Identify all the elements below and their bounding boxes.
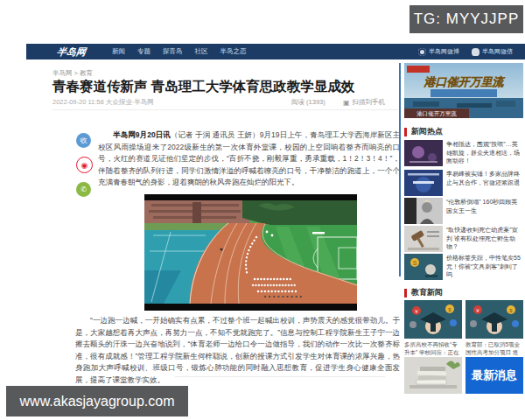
- edu-card[interactable]: ¥ $ 多所高校不再招收“专升本” 学校回应：正在筹: [404, 300, 462, 364]
- breadcrumb[interactable]: 半岛网 > 教育: [52, 69, 93, 78]
- wechat-share-icon[interactable]: ✆: [76, 182, 91, 197]
- news-thumbnail: [404, 170, 443, 196]
- paragraph-lead: 半岛网9月20日讯: [113, 130, 171, 139]
- navbar: 半岛网 新闻 专题 探青岛 社区 半岛之恋 半岛网微博 半岛网微信: [26, 44, 525, 60]
- news-item-text: 李易峰被实锤！多家品牌终止与其合作，官微还紧跟退: [446, 170, 523, 197]
- news-item[interactable]: S 价格标签失踪，中性笔卖55元！你被“文具刺客”刺到了吗: [404, 254, 523, 281]
- wechat-label: 半岛网微信: [482, 47, 513, 56]
- edu-card[interactable]: ¥ $ 教育部：已取消5项全国性高考加分项目 逐步取: [466, 300, 523, 364]
- section-marker: [404, 289, 407, 298]
- scan-to-phone[interactable]: ▣ 扫描到手机: [343, 98, 385, 107]
- nav-social: 半岛网微博 半岛网微信: [418, 47, 513, 56]
- tg-watermark: TG: MYYJJPP: [410, 5, 523, 33]
- meta-divider: [52, 109, 398, 110]
- nav-item-news[interactable]: 新闻: [112, 47, 125, 56]
- share-rail: 收 ◉ ✆: [76, 133, 92, 197]
- latest-news-tile[interactable]: 最新消息: [466, 357, 523, 394]
- news-item-text: “伦敦桥倒塌” 160秒回顾英国女王一生: [446, 198, 523, 225]
- news-thumbnail: S: [404, 254, 443, 280]
- edu-news-title: 教育新闻: [411, 287, 443, 298]
- svg-text:港口催开万里流: 港口催开万里流: [424, 75, 506, 88]
- nav-item-topics[interactable]: 专题: [137, 47, 150, 56]
- news-thumbnail: [404, 140, 443, 166]
- weibo-link[interactable]: 半岛网微博: [418, 47, 459, 56]
- news-item-text: “取快递收到死亡幼虎案”宣判 谁有权处理死亡野生动物？: [446, 226, 523, 253]
- article-meta: 2022-09-20 11:58 大众报业·半岛网: [52, 98, 154, 107]
- article-divider: [175, 376, 385, 377]
- news-item[interactable]: “取快递收到死亡幼虎案”宣判 谁有权处理死亡野生动物？: [404, 226, 523, 253]
- collect-share-icon[interactable]: 收: [76, 133, 91, 148]
- svg-text:S: S: [413, 260, 417, 266]
- nav-item-explore[interactable]: 探青岛: [163, 47, 183, 56]
- site-watermark: www.akasjayagroup.com: [6, 386, 188, 416]
- read-count: 阅读 (1393): [291, 98, 326, 107]
- site-logo[interactable]: 半岛网: [56, 46, 87, 59]
- news-item[interactable]: “伦敦桥倒塌” 160秒回顾英国女王一生: [404, 198, 523, 225]
- weibo-icon: [418, 48, 426, 56]
- hot-news-title: 新闻热点: [411, 126, 443, 137]
- nav-item-love[interactable]: 半岛之恋: [220, 47, 247, 56]
- news-item[interactable]: 争相抵达，围观“投喂”…英雄凯旋，群众夹道相送，场面动容！: [404, 140, 523, 167]
- paragraph-2: “一边跑一边喊，一开始确实有点累，不过整个班一起喊出校训，声势震天的感觉很带劲儿…: [75, 315, 400, 386]
- hot-news-heading: 新闻热点: [404, 126, 443, 137]
- wechat-link[interactable]: 半岛网微信: [472, 47, 513, 56]
- nav-item-community[interactable]: 社区: [195, 47, 208, 56]
- section-marker: [404, 128, 407, 136]
- page: TG: MYYJJPP 半岛网 新闻 专题 探青岛 社区 半岛之恋 半岛网微博 …: [0, 0, 525, 420]
- news-item-text: 争相抵达，围观“投喂”…英雄凯旋，群众夹道相送，场面动容！: [446, 140, 523, 167]
- page-title: 青春赛道传新声 青岛理工大学体育思政教学显成效: [52, 79, 402, 95]
- qr-icon: ▣: [343, 99, 350, 107]
- banner-caption: 港口催开万里流: [416, 110, 457, 117]
- news-thumbnail: [404, 226, 443, 252]
- news-item[interactable]: 李易峰被实锤！多家品牌终止与其合作，官微还紧跟退: [404, 170, 523, 197]
- news-thumbnail: [404, 198, 443, 224]
- news-item-text: 价格标签失踪，中性笔卖55元！你被“文具刺客”刺到了吗: [446, 254, 523, 281]
- edu-card-image: ¥ $: [466, 300, 523, 339]
- edu-news-heading: 教育新闻: [404, 287, 443, 298]
- weibo-share-icon[interactable]: ◉: [76, 157, 93, 173]
- books-tile[interactable]: [404, 357, 462, 394]
- weibo-label: 半岛网微博: [429, 47, 459, 56]
- article-photo: [144, 194, 357, 311]
- edu-card-image: ¥ $: [404, 300, 462, 339]
- paragraph-1: 半岛网9月20日讯（记者 于润 通讯员 王妍）9月19日上午，青岛理工大学西海岸…: [98, 130, 400, 189]
- sidebar-banner[interactable]: 港口催开万里流 港口催开万里流: [404, 63, 523, 118]
- latest-news-label: 最新消息: [472, 368, 517, 383]
- sidebar-divider: [399, 63, 401, 276]
- nav-menu: 新闻 专题 探青岛 社区 半岛之恋: [112, 47, 247, 56]
- scan-label: 扫描到手机: [353, 98, 386, 107]
- wechat-icon: [472, 48, 480, 56]
